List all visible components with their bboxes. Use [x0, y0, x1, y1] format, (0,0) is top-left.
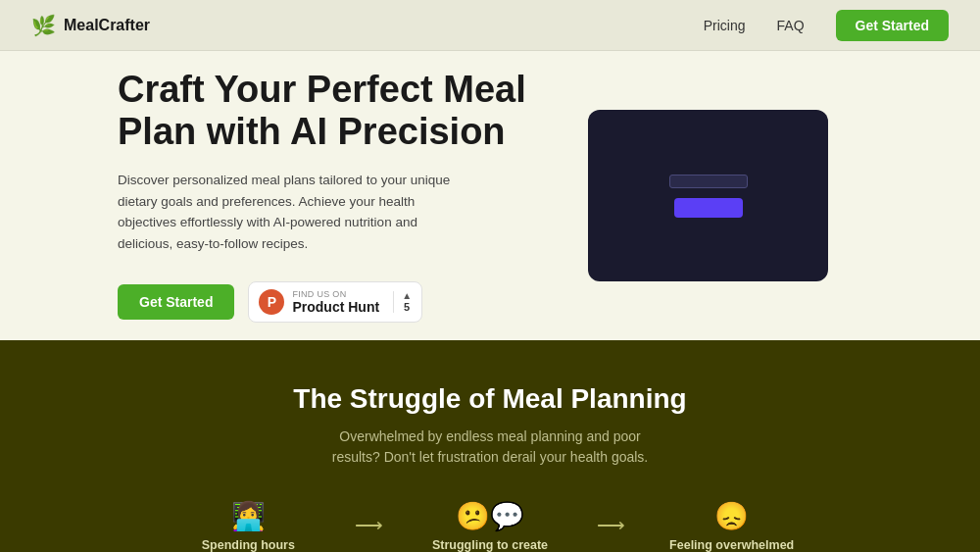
nav-faq[interactable]: FAQ [777, 18, 805, 33]
product-hunt-name: Product Hunt [292, 299, 379, 315]
logo-icon: 🌿 [31, 14, 56, 37]
upvote-arrow-icon: ▲ [402, 291, 412, 301]
step-1-label: Spending hours [202, 538, 295, 552]
mock-input [669, 175, 748, 188]
hero-section: Craft Your Perfect Meal Plan with AI Pre… [0, 51, 980, 340]
step-3-label: Feeling overwhelmed [669, 538, 794, 552]
struggle-description: Overwhelmed by endless meal planning and… [323, 427, 657, 468]
product-hunt-find-label: FIND US ON [292, 289, 379, 299]
hero-cta-button[interactable]: Get Started [118, 284, 234, 320]
hero-title: Craft Your Perfect Meal Plan with AI Pre… [118, 69, 549, 154]
logo-text: MealCrafter [64, 17, 150, 34]
steps-row: 👩‍💻 Spending hours ⟶ 😕💬 Struggling to cr… [157, 503, 823, 552]
nav-cta-button[interactable]: Get Started [836, 10, 949, 41]
step-item-1: 👩‍💻 Spending hours [157, 503, 340, 552]
step-arrow-1: ⟶ [340, 503, 399, 536]
step-item-2: 😕💬 Struggling to create [399, 503, 582, 552]
hero-content: Craft Your Perfect Meal Plan with AI Pre… [118, 69, 549, 324]
step-1-icon: 👩‍💻 [231, 503, 266, 530]
hero-app-screenshot [588, 110, 828, 281]
upvote-count: 5 [404, 301, 410, 313]
step-item-3: 😞 Feeling overwhelmed [640, 503, 823, 552]
product-hunt-logo: P [259, 289, 284, 315]
mock-screen [669, 175, 748, 218]
nav-pricing[interactable]: Pricing [704, 18, 746, 33]
step-arrow-2: ⟶ [581, 503, 640, 536]
step-2-label: Struggling to create [432, 538, 548, 552]
struggle-title: The Struggle of Meal Planning [293, 383, 686, 415]
logo: 🌿 MealCrafter [31, 14, 704, 37]
mock-button [674, 198, 743, 218]
product-hunt-score: ▲ 5 [393, 291, 412, 313]
navbar: 🌿 MealCrafter Pricing FAQ Get Started [0, 0, 980, 51]
nav-links: Pricing FAQ [704, 18, 805, 33]
step-2-icon: 😕💬 [456, 503, 524, 530]
hero-actions: Get Started P FIND US ON Product Hunt ▲ … [118, 281, 549, 323]
hero-description: Discover personalized meal plans tailore… [118, 170, 470, 254]
step-3-icon: 😞 [714, 503, 749, 530]
product-hunt-badge[interactable]: P FIND US ON Product Hunt ▲ 5 [248, 281, 422, 323]
product-hunt-text: FIND US ON Product Hunt [292, 289, 379, 315]
struggle-section: The Struggle of Meal Planning Overwhelme… [0, 340, 980, 552]
